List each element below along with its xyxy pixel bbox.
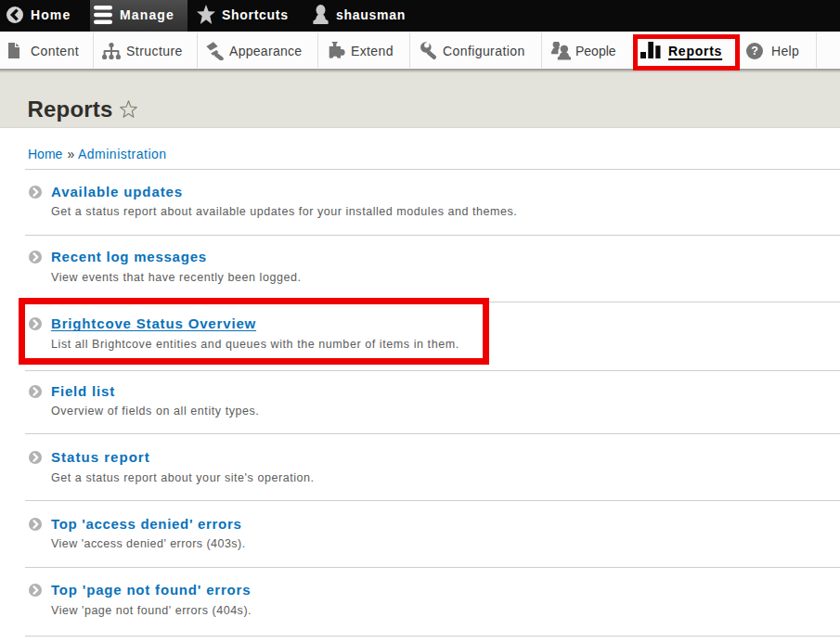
svg-text:?: ? (751, 45, 758, 58)
